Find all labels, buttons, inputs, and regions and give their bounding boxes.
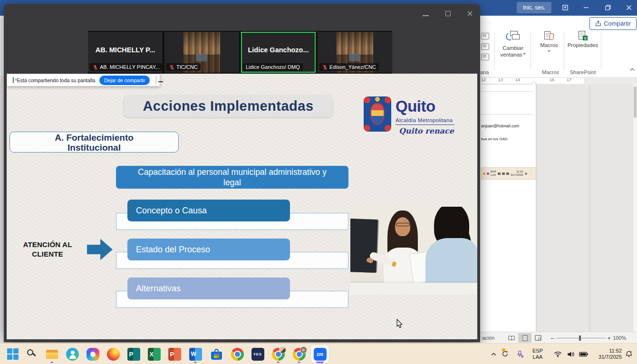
participant-tile-active-speaker[interactable]: Lidice Ganchozo... Lidice Ganchozo/ DMQ	[241, 32, 316, 73]
fes-app-button[interactable]	[249, 345, 267, 363]
vertical-scrollbar[interactable]	[633, 85, 637, 332]
item-box-concepto: Concepto o Causa	[127, 200, 290, 221]
zoom-app-button[interactable]	[311, 345, 329, 363]
participant-label: Lidice Ganchozo/ DMQ	[243, 63, 303, 71]
excel-button[interactable]	[145, 345, 163, 363]
slide-title: Acciones Implementadas	[124, 95, 333, 117]
copilot-button[interactable]	[84, 345, 102, 363]
chrome-guest-button[interactable]	[290, 345, 308, 363]
people-app-button[interactable]	[63, 345, 81, 363]
participant-label: AB. MICHELLY PINCAY...	[90, 63, 163, 71]
read-mode-button[interactable]	[505, 333, 518, 343]
zoom-minimize-button[interactable]	[423, 12, 429, 16]
language-indicator[interactable]: ESPLAA	[529, 344, 547, 364]
chrome-profile-button[interactable]	[269, 345, 287, 363]
firefox-button[interactable]	[104, 345, 122, 363]
participant-filmstrip: AB. MICHELLY P... AB. MICHELLY PINCAY...…	[88, 31, 392, 74]
quito-subtitle: Alcaldía Metropolitana	[396, 117, 454, 125]
participant-tile[interactable]: Edison_Yánez/CNC	[318, 32, 392, 73]
zoom-slider[interactable]	[556, 338, 606, 338]
zoom-app-icon	[314, 348, 327, 361]
word-icon	[189, 348, 202, 361]
item-box-estado: Estado del Proceso	[127, 239, 290, 260]
annotation-mic-icon[interactable]	[514, 344, 526, 364]
taskbar: ESPLAA 11:5231/7/2025 z	[0, 343, 637, 364]
ruler: 12 13 14 16 17	[480, 77, 637, 85]
ribbon-display-options-icon[interactable]	[561, 4, 569, 11]
paste-page-icon[interactable]	[481, 33, 489, 39]
zoom-in-button[interactable]: +	[606, 335, 613, 342]
zoom-meeting-window: AB. MICHELLY P... AB. MICHELLY PINCAY...…	[4, 4, 480, 342]
profile-g-badge	[300, 346, 307, 354]
folder-icon	[46, 348, 58, 361]
print-layout-button[interactable]	[518, 333, 531, 343]
wifi-icon[interactable]	[552, 344, 563, 364]
word-statusbar: ación – + 100%	[480, 332, 637, 344]
copy-page-icon[interactable]	[481, 43, 489, 50]
zoom-share-bar: Está compartiendo toda su pantalla. Deja…	[7, 74, 160, 86]
item-box-alternativas: Alternativas	[127, 278, 290, 299]
zoom-out-button[interactable]: –	[549, 335, 556, 342]
participant-tile[interactable]: TIC/CNC	[164, 32, 239, 73]
word-restore-button[interactable]	[604, 4, 612, 11]
mini-mic-icon	[487, 172, 489, 175]
dropdown-caret-icon	[548, 50, 550, 53]
powerpoint-button[interactable]	[165, 345, 183, 363]
office-photo	[350, 207, 477, 295]
volume-icon[interactable]	[565, 344, 576, 364]
collapse-ribbon-icon[interactable]	[630, 68, 635, 71]
properties-icon	[577, 31, 589, 40]
fes-app-icon	[251, 348, 264, 361]
chrome-button[interactable]	[228, 345, 246, 363]
start-button[interactable]	[4, 345, 22, 363]
word-share-button[interactable]: Compartir	[589, 17, 637, 30]
propiedades-button[interactable]: Propiedades	[567, 31, 599, 48]
macros-button[interactable]: Macros	[535, 31, 563, 55]
ribbon-group-ventana: ana	[480, 69, 489, 75]
macros-icon	[543, 31, 555, 40]
stop-share-button[interactable]: Dejar de compartir	[99, 76, 150, 85]
sync-status-icon[interactable]	[500, 344, 511, 364]
publisher-icon	[127, 348, 140, 361]
word-document-page[interactable]: anjuan@hotmail.com tiva en los GAD ESPLA…	[480, 85, 536, 332]
atencion-cliente-label: ATENCIÓN AL CLIENTE	[14, 240, 81, 259]
minimize-share-bar-button[interactable]	[155, 76, 157, 85]
word-signin-button[interactable]: Inic. ses.	[517, 2, 551, 13]
store-icon	[210, 348, 223, 361]
participant-tile[interactable]: AB. MICHELLY P... AB. MICHELLY PINCAY...	[88, 32, 163, 73]
quito-tagline: Quito renace	[399, 126, 454, 135]
muted-mic-icon	[93, 65, 98, 70]
indent-marker-icon[interactable]	[531, 79, 536, 85]
zoom-close-button[interactable]	[467, 10, 473, 17]
muted-mic-icon	[322, 65, 328, 70]
tray-overflow-chevron[interactable]	[489, 344, 498, 364]
zoom-level[interactable]: 100%	[613, 335, 626, 341]
mini-bell-icon	[525, 172, 527, 175]
dropdown-caret-icon	[523, 53, 526, 56]
search-button[interactable]	[23, 345, 41, 363]
word-window-left-edge	[0, 16, 4, 343]
file-explorer-button[interactable]	[43, 345, 61, 363]
word-button[interactable]	[186, 345, 204, 363]
ribbon-group-sharepoint: SharePoint	[567, 69, 599, 75]
battery-icon[interactable]	[577, 344, 589, 364]
desktop: Inic. ses. Compartir Cambiar	[0, 0, 637, 364]
participant-label: Edison_Yánez/CNC	[319, 63, 379, 71]
scrollbar-thumb[interactable]	[634, 86, 637, 118]
shared-screen-slide: Acciones Implementadas Está compartiendo…	[7, 74, 477, 339]
word-minimize-button[interactable]	[582, 4, 590, 11]
zoom-slider-thumb[interactable]	[579, 335, 581, 341]
publisher-button[interactable]	[125, 345, 143, 363]
notification-bell-icon[interactable]: z	[624, 344, 634, 364]
switch-windows-button[interactable]: Cambiar ventanas	[497, 31, 529, 58]
quito-brand: Quito	[396, 97, 435, 115]
section-box: A. Fortalecimiento Institucional	[10, 132, 179, 153]
embedded-screenshot-tray: ESPLAA 11:5231/7/2025	[481, 167, 536, 180]
word-close-button[interactable]	[625, 4, 633, 11]
page-options-icon[interactable]	[481, 54, 489, 60]
windows-start-icon	[7, 348, 19, 361]
zoom-maximize-button[interactable]	[445, 11, 451, 16]
microsoft-store-button[interactable]	[207, 345, 225, 363]
clock[interactable]: 11:5231/7/2025	[592, 344, 622, 364]
web-layout-button[interactable]	[531, 333, 545, 343]
